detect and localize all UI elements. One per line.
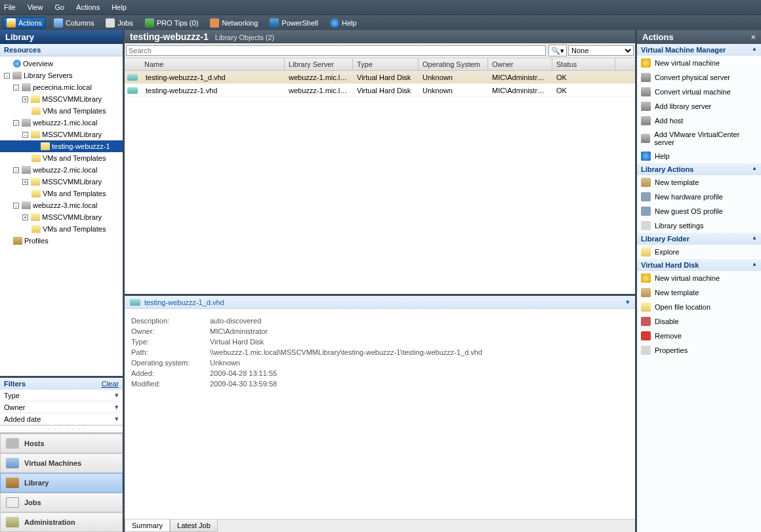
tree-server-webuzzz3[interactable]: -webuzzz-3.mic.local <box>0 199 123 211</box>
action-add-library-server[interactable]: Add library server <box>637 99 761 113</box>
tree-s2-vms[interactable]: VMs and Templates <box>0 152 123 164</box>
filter-owner[interactable]: Owner▾ <box>0 401 123 413</box>
action-vhd-new-vm[interactable]: New virtual machine <box>637 271 761 285</box>
collapse-icon[interactable]: ▲ <box>752 235 757 243</box>
chevron-down-icon[interactable]: ▾ <box>626 298 630 306</box>
action-convert-physical[interactable]: Convert physical server <box>637 70 761 85</box>
left-pane: Library Resources Overview -Library Serv… <box>0 30 125 532</box>
search-button[interactable]: 🔍▾ <box>548 45 567 56</box>
action-remove[interactable]: Remove <box>637 329 761 343</box>
nav-virtual-machines[interactable]: Virtual Machines <box>0 453 123 473</box>
toolbar-columns-button[interactable]: Columns <box>50 17 98 29</box>
tree-server-pececina[interactable]: -pececina.mic.local <box>0 81 123 93</box>
folder-open-icon <box>41 142 50 150</box>
center-pane: testing-webuzzz-1 Library Objects (2) 🔍▾… <box>125 30 637 532</box>
action-properties[interactable]: Properties <box>637 343 761 358</box>
close-icon[interactable]: × <box>751 32 756 42</box>
collapse-icon[interactable]: ▲ <box>752 46 757 54</box>
col-name[interactable]: Name <box>125 58 285 70</box>
col-os[interactable]: Operating System <box>419 58 488 70</box>
menu-actions[interactable]: Actions <box>76 3 100 11</box>
details-table: Description:auto-discovered Owner:MIC\Ad… <box>131 316 485 389</box>
tree-server-webuzzz2[interactable]: -webuzzz-2.mic.local <box>0 164 123 176</box>
action-add-host[interactable]: Add host <box>637 113 761 128</box>
grid-row[interactable]: testing-webuzzz-1_d.vhd webuzzz-1.mic.lo… <box>125 71 635 84</box>
expand-icon[interactable]: + <box>22 96 28 102</box>
collapse-icon[interactable]: ▲ <box>752 261 757 269</box>
action-new-vm[interactable]: New virtual machine <box>637 56 761 70</box>
expand-icon[interactable]: + <box>22 215 28 220</box>
disk-icon <box>127 74 138 81</box>
menu-help[interactable]: Help <box>112 3 127 11</box>
action-help[interactable]: Help <box>637 149 761 163</box>
tree-server-webuzzz1[interactable]: -webuzzz-1.mic.local <box>0 117 123 129</box>
tree-s1-lib[interactable]: +MSSCVMMLibrary <box>0 93 123 105</box>
toolbar-protips-button[interactable]: PRO Tips (0) <box>141 17 203 29</box>
action-disable[interactable]: Disable <box>637 314 761 329</box>
help-icon <box>641 152 651 161</box>
nav-library[interactable]: Library <box>0 473 123 493</box>
filters-clear-link[interactable]: Clear <box>102 380 119 388</box>
menu-view[interactable]: View <box>28 3 43 11</box>
resources-header: Resources <box>0 44 123 56</box>
collapse-icon[interactable]: ▲ <box>752 165 757 173</box>
admin-icon <box>6 517 19 527</box>
collapse-icon[interactable]: - <box>13 85 19 91</box>
tree-s1-vms[interactable]: VMs and Templates <box>0 105 123 117</box>
splitter[interactable]: · · · · · · · · · <box>0 425 123 432</box>
action-new-guest-os-profile[interactable]: New guest OS profile <box>637 204 761 218</box>
expand-icon[interactable]: + <box>22 179 28 185</box>
toolbar-help-button[interactable]: Help <box>326 17 361 29</box>
col-owner[interactable]: Owner <box>488 58 552 70</box>
tab-summary[interactable]: Summary <box>125 520 170 532</box>
col-library-server[interactable]: Library Server <box>285 58 353 70</box>
cell-name: testing-webuzzz-1_d.vhd <box>142 72 285 83</box>
col-status[interactable]: Status <box>552 58 615 70</box>
collapse-icon[interactable]: - <box>13 120 19 126</box>
action-new-hw-profile[interactable]: New hardware profile <box>637 190 761 204</box>
col-type[interactable]: Type <box>353 58 419 70</box>
menu-go[interactable]: Go <box>54 3 64 11</box>
menu-file[interactable]: File <box>4 3 16 11</box>
filters-title: Filters <box>4 380 26 388</box>
collapse-icon[interactable]: - <box>4 73 10 79</box>
tree-testing-webuzzz-1[interactable]: testing-webuzzz-1 <box>0 140 123 152</box>
toolbar-actions-button[interactable]: Actions <box>3 17 46 29</box>
folder-icon <box>641 302 651 312</box>
nav-jobs[interactable]: Jobs <box>0 493 123 512</box>
collapse-icon[interactable]: - <box>22 132 28 138</box>
action-new-template[interactable]: New template <box>637 175 761 190</box>
action-library-settings[interactable]: Library settings <box>637 218 761 233</box>
action-add-vmware-vc[interactable]: Add VMware VirtualCenter server <box>637 128 761 149</box>
toolbar-jobs-button[interactable]: Jobs <box>102 17 136 29</box>
search-input[interactable] <box>126 45 546 56</box>
tree-s2-lib[interactable]: -MSSCVMMLibrary <box>0 129 123 140</box>
toolbar-networking-button[interactable]: Networking <box>206 17 262 29</box>
action-vhd-new-template[interactable]: New template <box>637 285 761 300</box>
tree-s4-lib[interactable]: +MSSCVMMLibrary <box>0 211 123 223</box>
cell-os: Unknown <box>419 72 488 83</box>
toolbar: Actions Columns Jobs PRO Tips (0) Networ… <box>0 14 761 30</box>
tree-s4-vms[interactable]: VMs and Templates <box>0 223 123 235</box>
tree-profiles[interactable]: Profiles <box>0 235 123 247</box>
grid-row[interactable]: testing-webuzzz-1.vhd webuzzz-1.mic.lo..… <box>125 84 635 97</box>
tab-latest-job[interactable]: Latest Job <box>170 520 218 532</box>
filter-added-date[interactable]: Added date▾ <box>0 413 123 425</box>
collapse-icon[interactable]: - <box>13 203 19 209</box>
collapse-icon[interactable]: - <box>13 167 19 173</box>
action-explore[interactable]: Explore <box>637 245 761 259</box>
tree-library-servers[interactable]: -Library Servers <box>0 70 123 81</box>
tree-overview[interactable]: Overview <box>0 58 123 70</box>
action-open-file-location[interactable]: Open file location <box>637 300 761 314</box>
properties-icon <box>641 346 651 355</box>
nav-administration[interactable]: Administration <box>0 512 123 532</box>
filter-select[interactable]: None <box>568 45 634 56</box>
toolbar-powershell-button[interactable]: PowerShell <box>266 17 322 29</box>
action-convert-virtual[interactable]: Convert virtual machine <box>637 85 761 99</box>
cell-type: Virtual Hard Disk <box>353 85 419 96</box>
filter-type[interactable]: Type▾ <box>0 390 123 401</box>
tree-s3-vms[interactable]: VMs and Templates <box>0 188 123 199</box>
folder-icon <box>31 107 41 115</box>
nav-hosts[interactable]: Hosts <box>0 434 123 453</box>
tree-s3-lib[interactable]: +MSSCVMMLibrary <box>0 176 123 188</box>
